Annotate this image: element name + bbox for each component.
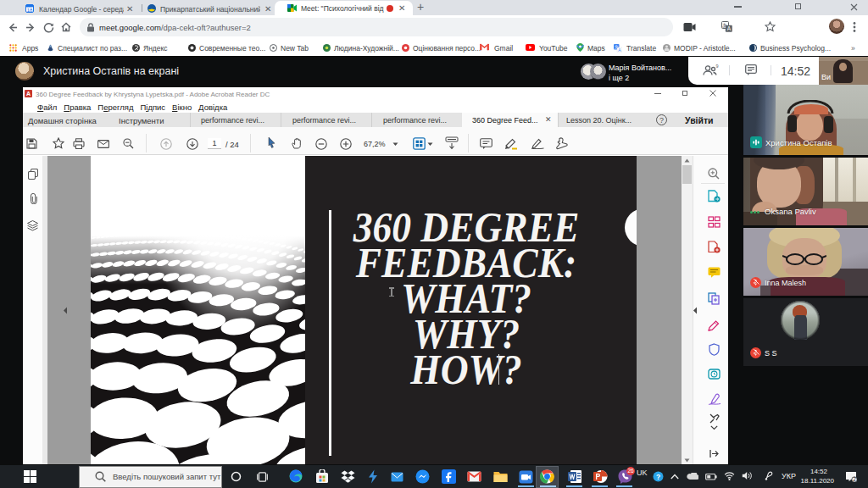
svg-text:?: ? (656, 473, 660, 481)
svg-text:18: 18 (27, 8, 33, 13)
svg-text:9: 9 (716, 64, 719, 69)
svg-text:2: 2 (853, 476, 856, 482)
svg-text:A: A (26, 91, 31, 97)
svg-text:A: A (727, 25, 732, 31)
